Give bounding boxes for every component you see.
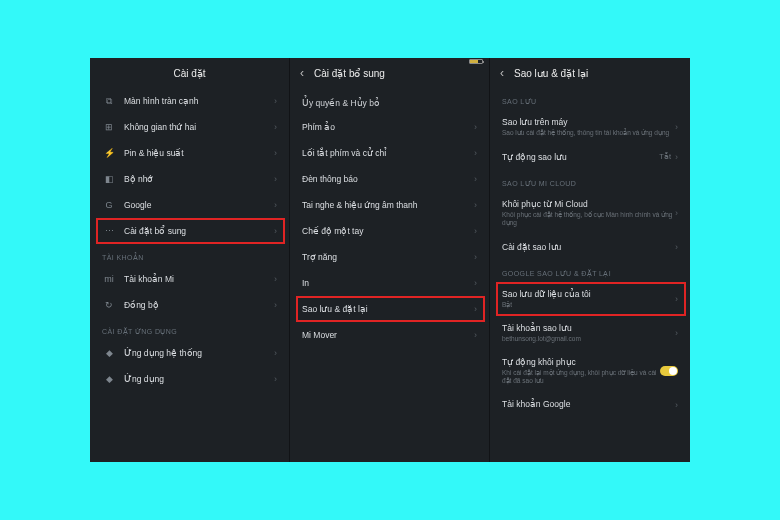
row-sublabel: bethunsong.lot@gmail.com xyxy=(502,335,675,343)
chevron-right-icon: › xyxy=(274,148,277,158)
chevron-right-icon: › xyxy=(675,294,678,304)
tutorial-triptych: Cài đặt ⧉Màn hình tràn cạnh›⊞Không gian … xyxy=(90,58,690,462)
chevron-right-icon: › xyxy=(675,242,678,252)
row-icon: mi xyxy=(102,274,116,284)
list-item[interactable]: Lối tắt phím và cử chỉ› xyxy=(290,140,489,166)
list-item[interactable]: Tài khoản sao lưubethunsong.lot@gmail.co… xyxy=(490,316,690,350)
chevron-right-icon: › xyxy=(474,226,477,236)
panel-additional-settings: ‹ Cài đặt bổ sung Ủy quyền & Hủy bỏ Phím… xyxy=(290,58,490,462)
row-label: Tự động khôi phụcKhi cài đặt lại một ứng… xyxy=(502,357,660,385)
section-header: SAO LƯU MI CLOUD xyxy=(490,170,690,192)
chevron-right-icon: › xyxy=(274,96,277,106)
list-item[interactable]: Sao lưu trên máySao lưu cài đặt hệ thống… xyxy=(490,110,690,144)
row-label: Đèn thông báo xyxy=(302,174,474,184)
page-title: Cài đặt bổ sung xyxy=(314,68,385,79)
list-item[interactable]: Sao lưu & đặt lại› xyxy=(290,296,489,322)
list-item[interactable]: Phím ảo› xyxy=(290,114,489,140)
toggle-switch[interactable] xyxy=(660,366,678,376)
list-item[interactable]: Tự động sao lưuTắt› xyxy=(490,144,690,170)
row-icon: ◆ xyxy=(102,374,116,384)
list-item[interactable]: ◆Ứng dụng hệ thống› xyxy=(90,340,289,366)
list-item[interactable]: ◆Ứng dụng› xyxy=(90,366,289,392)
chevron-right-icon: › xyxy=(274,348,277,358)
list-item[interactable]: ⋯Cài đặt bổ sung› xyxy=(90,218,289,244)
row-label: Tai nghe & hiệu ứng âm thanh xyxy=(302,200,474,210)
chevron-right-icon: › xyxy=(675,122,678,132)
section-header: CÀI ĐẶT ỨNG DỤNG xyxy=(90,318,289,340)
list-item[interactable]: Chế độ một tay› xyxy=(290,218,489,244)
chevron-right-icon: › xyxy=(474,174,477,184)
list-item[interactable]: miTài khoản Mi› xyxy=(90,266,289,292)
list-item[interactable]: Trợ năng› xyxy=(290,244,489,270)
chevron-right-icon: › xyxy=(474,122,477,132)
row-icon: ⚡ xyxy=(102,148,116,158)
row-label: Tài khoản sao lưubethunsong.lot@gmail.co… xyxy=(502,323,675,343)
list-item[interactable]: Cài đặt sao lưu› xyxy=(490,234,690,260)
list-item[interactable]: Đèn thông báo› xyxy=(290,166,489,192)
row-label: Lối tắt phím và cử chỉ xyxy=(302,148,474,158)
chevron-right-icon: › xyxy=(675,400,678,410)
list-item[interactable]: ⚡Pin & hiệu suất› xyxy=(90,140,289,166)
row-icon: ↻ xyxy=(102,300,116,310)
back-icon[interactable]: ‹ xyxy=(500,66,510,80)
subheading[interactable]: Ủy quyền & Hủy bỏ xyxy=(290,88,489,114)
row-icon: ⧉ xyxy=(102,96,116,107)
header: Cài đặt xyxy=(90,58,289,88)
row-label: Màn hình tràn cạnh xyxy=(124,96,274,106)
list-item[interactable]: Sao lưu dữ liệu của tôiBật› xyxy=(490,282,690,316)
panel-backup-reset: ‹ Sao lưu & đặt lại SAO LƯUSao lưu trên … xyxy=(490,58,690,462)
row-label: Sao lưu & đặt lại xyxy=(302,304,474,314)
page-title: Cài đặt xyxy=(173,68,205,79)
list-item[interactable]: Tai nghe & hiệu ứng âm thanh› xyxy=(290,192,489,218)
chevron-right-icon: › xyxy=(274,300,277,310)
row-label: Pin & hiệu suất xyxy=(124,148,274,158)
row-label: Ứng dụng hệ thống xyxy=(124,348,274,358)
row-icon: ◆ xyxy=(102,348,116,358)
row-label: Khôi phục từ Mi CloudKhôi phục cài đặt h… xyxy=(502,199,675,227)
row-sublabel: Sao lưu cài đặt hệ thống, thông tin tài … xyxy=(502,129,675,137)
row-label: Sao lưu dữ liệu của tôiBật xyxy=(502,289,675,309)
section-header: SAO LƯU xyxy=(490,88,690,110)
row-sublabel: Khôi phục cài đặt hệ thống, bố cục Màn h… xyxy=(502,211,675,227)
list-item[interactable]: ◧Bộ nhớ› xyxy=(90,166,289,192)
list-item[interactable]: In› xyxy=(290,270,489,296)
list-item[interactable]: ⊞Không gian thứ hai› xyxy=(90,114,289,140)
panel-settings: Cài đặt ⧉Màn hình tràn cạnh›⊞Không gian … xyxy=(90,58,290,462)
row-label: Trợ năng xyxy=(302,252,474,262)
list-item[interactable]: Tài khoản Google› xyxy=(490,392,690,418)
chevron-right-icon: › xyxy=(675,152,678,162)
row-sublabel: Bật xyxy=(502,301,675,309)
chevron-right-icon: › xyxy=(474,148,477,158)
status-bar xyxy=(469,59,483,64)
chevron-right-icon: › xyxy=(474,304,477,314)
panel-body: ⧉Màn hình tràn cạnh›⊞Không gian thứ hai›… xyxy=(90,88,289,462)
chevron-right-icon: › xyxy=(274,174,277,184)
page-title: Sao lưu & đặt lại xyxy=(514,68,588,79)
list-item[interactable]: ↻Đồng bộ› xyxy=(90,292,289,318)
list-item[interactable]: Mi Mover› xyxy=(290,322,489,348)
chevron-right-icon: › xyxy=(675,328,678,338)
row-label: Mi Mover xyxy=(302,330,474,340)
row-label: In xyxy=(302,278,474,288)
row-label: Không gian thứ hai xyxy=(124,122,274,132)
row-label: Sao lưu trên máySao lưu cài đặt hệ thống… xyxy=(502,117,675,137)
chevron-right-icon: › xyxy=(274,200,277,210)
chevron-right-icon: › xyxy=(474,252,477,262)
header: ‹ Cài đặt bổ sung xyxy=(290,58,489,88)
row-label: Phím ảo xyxy=(302,122,474,132)
list-item[interactable]: GGoogle› xyxy=(90,192,289,218)
panel-body: SAO LƯUSao lưu trên máySao lưu cài đặt h… xyxy=(490,88,690,462)
row-sublabel: Khi cài đặt lại một ứng dụng, khôi phục … xyxy=(502,369,660,385)
row-label: Cài đặt bổ sung xyxy=(124,226,274,236)
back-icon[interactable]: ‹ xyxy=(300,66,310,80)
list-item[interactable]: Tự động khôi phụcKhi cài đặt lại một ứng… xyxy=(490,350,690,392)
chevron-right-icon: › xyxy=(274,122,277,132)
list-item[interactable]: ⧉Màn hình tràn cạnh› xyxy=(90,88,289,114)
list-item[interactable]: Khôi phục từ Mi CloudKhôi phục cài đặt h… xyxy=(490,192,690,234)
chevron-right-icon: › xyxy=(274,374,277,384)
row-icon: ◧ xyxy=(102,174,116,184)
row-icon: ⋯ xyxy=(102,226,116,236)
panel-body: Ủy quyền & Hủy bỏ Phím ảo›Lối tắt phím v… xyxy=(290,88,489,462)
row-icon: ⊞ xyxy=(102,122,116,132)
row-label: Tài khoản Google xyxy=(502,399,675,409)
